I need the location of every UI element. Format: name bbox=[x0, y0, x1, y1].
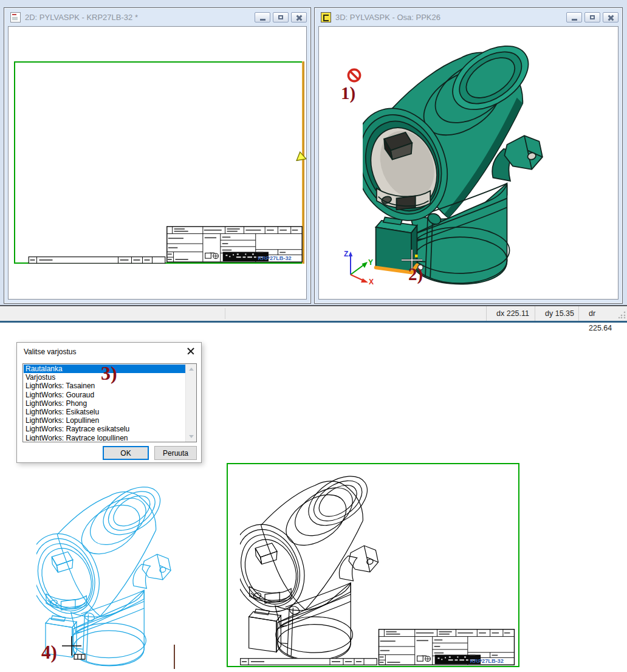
minimize-icon bbox=[260, 19, 266, 21]
status-separator bbox=[225, 308, 225, 319]
status-dr: dr 225.64 bbox=[578, 306, 617, 321]
close-button[interactable] bbox=[603, 12, 618, 22]
window-3d-title: 3D: PYLVASPK - Osa: PPK26 bbox=[335, 13, 566, 22]
annotation-2: 2) bbox=[408, 266, 423, 283]
annotation-1: 1) bbox=[341, 84, 355, 102]
minimize-icon bbox=[572, 19, 577, 21]
status-bar: dx 225.11 dy 15.35 dr 225.64 bbox=[0, 305, 627, 323]
svg-text:KRP27LB-32: KRP27LB-32 bbox=[258, 255, 292, 261]
minimize-button[interactable] bbox=[255, 12, 270, 22]
window-2d-icon bbox=[10, 12, 21, 22]
window-2d-titlebar[interactable]: 2D: PYLVASPK - KRP27LB-32 * bbox=[4, 8, 310, 26]
window-2d-title: 2D: PYLVASPK - KRP27LB-32 * bbox=[25, 13, 255, 22]
canvas-2d[interactable]: KRP27LB-32 bbox=[8, 26, 307, 300]
revision-strip bbox=[240, 658, 377, 665]
crosshair-cursor-2d bbox=[61, 636, 91, 665]
restore-icon bbox=[590, 15, 595, 19]
model-wireframe-black bbox=[240, 474, 385, 663]
snap-point-dot bbox=[415, 255, 418, 258]
window-2d: 2D: PYLVASPK - KRP27LB-32 * KRP27LB-32 bbox=[4, 7, 311, 304]
cursor-mark bbox=[174, 645, 175, 669]
restore-icon bbox=[278, 15, 283, 19]
close-button[interactable] bbox=[291, 12, 307, 22]
shading-option[interactable]: LightWorks: Phong bbox=[24, 399, 186, 408]
status-dx: dx 225.11 bbox=[486, 306, 535, 321]
shading-option[interactable]: LightWorks: Gouraud bbox=[24, 391, 186, 399]
model-wireframe-cyan bbox=[36, 485, 177, 668]
axis-triad: Z Y X bbox=[340, 247, 377, 284]
shading-option[interactable]: LightWorks: Lopullinen bbox=[24, 416, 186, 425]
resize-grip[interactable] bbox=[618, 311, 626, 318]
restore-button[interactable] bbox=[584, 12, 600, 22]
annotation-3: 3) bbox=[101, 363, 117, 383]
scrollbar[interactable] bbox=[185, 364, 196, 442]
cancel-button[interactable]: Peruuta bbox=[154, 446, 197, 460]
drawing-sheet-2: KRP27LB-32 bbox=[227, 463, 519, 667]
annotation-4: 4) bbox=[41, 643, 57, 662]
shading-dialog: Valitse varjostus RautalankaVarjostusLig… bbox=[16, 342, 202, 463]
restore-button[interactable] bbox=[273, 12, 289, 22]
shading-option[interactable]: LightWorks: Esikatselu bbox=[24, 408, 186, 416]
ok-button[interactable]: OK bbox=[103, 446, 149, 460]
minimize-button[interactable] bbox=[566, 12, 582, 22]
svg-text:Z: Z bbox=[344, 250, 348, 258]
window-3d-titlebar[interactable]: 3D: PYLVASPK - Osa: PPK26 bbox=[315, 8, 622, 26]
status-dy: dy 15.35 bbox=[535, 306, 578, 321]
dialog-title: Valitse varjostus bbox=[24, 348, 76, 356]
scroll-down-icon[interactable] bbox=[187, 432, 196, 441]
title-block: KRP27LB-32 bbox=[166, 225, 303, 263]
window-3d: 3D: PYLVASPK - Osa: PPK26 1) Z Y bbox=[314, 7, 623, 304]
shading-option[interactable]: LightWorks: Raytrace esikatselu bbox=[24, 425, 186, 433]
dialog-close-icon[interactable] bbox=[187, 347, 195, 355]
svg-text:Y: Y bbox=[368, 258, 373, 267]
grid-snap-icon bbox=[74, 654, 85, 659]
svg-text:KRP27LB-32: KRP27LB-32 bbox=[470, 658, 504, 664]
snap-triangle-marker bbox=[295, 151, 306, 161]
mdi-area: 2D: PYLVASPK - KRP27LB-32 * KRP27LB-32 3… bbox=[0, 0, 627, 305]
title-block: KRP27LB-32 bbox=[376, 629, 517, 665]
shading-option[interactable]: LightWorks: Raytrace lopullinen bbox=[24, 434, 186, 442]
revision-strip bbox=[26, 256, 168, 264]
prohibition-icon bbox=[346, 67, 362, 83]
canvas-3d[interactable]: 1) Z Y X 2) bbox=[318, 26, 618, 300]
scroll-up-icon[interactable] bbox=[187, 365, 196, 374]
window-3d-icon bbox=[321, 12, 331, 22]
svg-text:X: X bbox=[369, 278, 374, 284]
model-3d-shaded bbox=[363, 43, 552, 287]
